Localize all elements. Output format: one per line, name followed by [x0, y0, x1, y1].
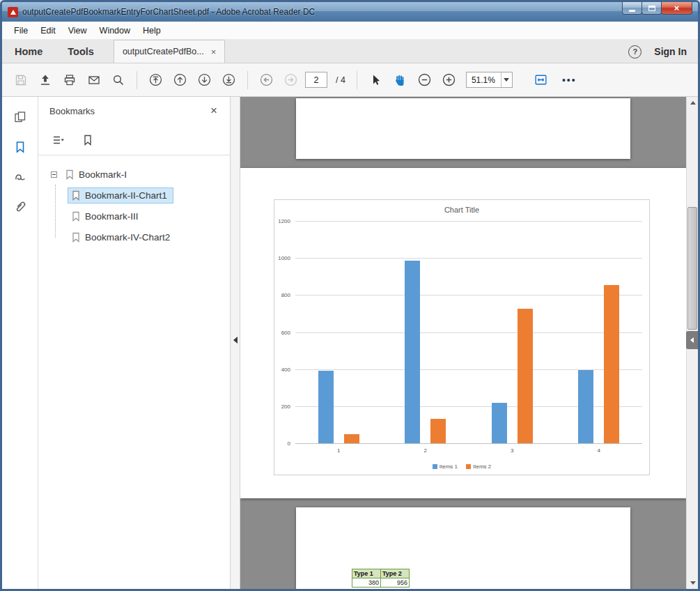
page-2: Chart Title 020040060080010001200 1234 I… — [240, 168, 686, 498]
close-window-button[interactable]: × — [661, 2, 692, 15]
menu-help[interactable]: Help — [137, 23, 167, 38]
panel-close-icon[interactable]: × — [208, 104, 220, 118]
y-tick-label: 200 — [281, 403, 290, 409]
new-bookmark-button[interactable] — [77, 131, 98, 149]
menu-file[interactable]: File — [8, 23, 34, 38]
save-button[interactable] — [10, 70, 31, 91]
scroll-up-button[interactable] — [687, 97, 698, 109]
new-bookmark-icon — [81, 134, 94, 146]
page-thumbnails-button[interactable] — [10, 108, 30, 126]
email-button[interactable] — [84, 70, 104, 91]
bookmark-item-chart1[interactable]: Bookmark-II-Chart1 — [38, 185, 230, 206]
signatures-icon — [13, 170, 27, 184]
y-tick-label: 800 — [281, 292, 290, 298]
menu-window[interactable]: Window — [93, 23, 137, 38]
select-tool-button[interactable] — [366, 70, 386, 91]
bookmark-item-root[interactable]: Bookmark-I — [38, 164, 230, 185]
zoom-in-button[interactable] — [439, 70, 459, 91]
bookmarks-panel-button[interactable] — [10, 138, 30, 156]
y-tick-label: 0 — [288, 440, 290, 447]
next-page-table: Type 1 Type 2 380 956 — [352, 569, 410, 588]
legend-item: Items 2 — [466, 463, 491, 470]
zoom-level-dropdown[interactable]: 51.1% — [466, 72, 513, 88]
zoom-in-icon — [442, 72, 456, 87]
next-page-button[interactable] — [194, 70, 215, 91]
bookmarks-icon — [13, 140, 27, 154]
print-button[interactable] — [59, 70, 79, 91]
arrow-left-icon — [690, 337, 694, 343]
bookmarks-panel-title: Bookmarks — [49, 106, 208, 116]
table-cell: 380 — [352, 578, 381, 588]
bookmarks-tree: Bookmark-I Bookmark-II-Chart1 Bookmark-I… — [38, 155, 230, 247]
fit-width-icon — [534, 72, 548, 87]
chevron-down-icon — [504, 78, 509, 82]
window-controls: × — [623, 2, 692, 15]
toolbar: / 4 51.1% ••• — [2, 63, 698, 97]
minimize-icon — [629, 10, 635, 12]
bookmark-flag-icon — [71, 232, 81, 243]
bar-items-2 — [604, 285, 619, 443]
tab-document[interactable]: outputCreatePdfBo... × — [114, 40, 225, 63]
toolbar-separator — [357, 71, 357, 89]
collapse-expander-icon[interactable] — [51, 171, 57, 178]
x-tick-label: 2 — [382, 445, 469, 454]
titlebar[interactable]: outputCreatePdfBookmarkEntryForChartShee… — [2, 2, 698, 22]
hand-tool-button[interactable] — [390, 70, 410, 91]
page-1 — [296, 98, 630, 159]
forward-button[interactable] — [281, 70, 301, 91]
tree-connector — [55, 185, 56, 238]
legend-label: Items 1 — [440, 463, 458, 470]
search-button[interactable] — [108, 70, 128, 91]
bookmark-item-chart2[interactable]: Bookmark-IV-Chart2 — [38, 227, 230, 247]
previous-page-button[interactable] — [170, 70, 190, 91]
bookmark-options-button[interactable] — [48, 131, 69, 149]
bookmark-flag-icon — [65, 169, 75, 180]
attachments-panel-button[interactable] — [10, 198, 30, 216]
tab-home[interactable]: Home — [2, 40, 55, 63]
first-page-button[interactable] — [146, 70, 166, 91]
collapse-panel-icon[interactable] — [233, 337, 238, 344]
bar-group — [469, 221, 556, 443]
page-number-input[interactable] — [305, 72, 327, 88]
pages-container: Chart Title 020040060080010001200 1234 I… — [240, 97, 686, 589]
zoom-out-button[interactable] — [414, 70, 435, 91]
bookmark-label: Bookmark-II-Chart1 — [85, 190, 167, 201]
maximize-button[interactable] — [641, 2, 662, 15]
scroll-down-button[interactable] — [687, 577, 698, 589]
tab-close-icon[interactable]: × — [211, 47, 217, 57]
bookmark-item-iii[interactable]: Bookmark-III — [38, 206, 230, 227]
chart-yaxis: 020040060080010001200 — [274, 221, 293, 443]
more-tools-button[interactable]: ••• — [562, 75, 577, 86]
minimize-button[interactable] — [622, 2, 642, 15]
tools-pane-collapse-button[interactable] — [686, 331, 698, 349]
bar-items-1 — [318, 371, 334, 443]
bookmarks-panel: Bookmarks × Bookmark-I — [38, 97, 231, 589]
cursor-icon — [368, 73, 382, 87]
chart-groups — [295, 221, 642, 443]
save-icon — [14, 73, 28, 87]
menu-edit[interactable]: Edit — [34, 23, 62, 38]
help-icon[interactable]: ? — [628, 45, 641, 59]
arrow-up-icon — [690, 101, 696, 105]
table-cell: 956 — [381, 578, 410, 588]
tab-tools[interactable]: Tools — [55, 40, 107, 63]
last-page-icon — [221, 72, 236, 87]
page-thumbnails-icon — [13, 110, 27, 124]
y-tick-label: 600 — [281, 329, 290, 335]
maximize-icon — [648, 6, 655, 11]
back-button[interactable] — [256, 70, 277, 91]
sign-in-button[interactable]: Sign In — [654, 46, 687, 57]
signatures-panel-button[interactable] — [10, 168, 30, 186]
share-button[interactable] — [35, 70, 55, 91]
window-title: outputCreatePdfBookmarkEntryForChartShee… — [22, 7, 315, 17]
fit-width-button[interactable] — [531, 70, 551, 91]
y-tick-label: 400 — [281, 366, 290, 372]
document-area[interactable]: Chart Title 020040060080010001200 1234 I… — [240, 97, 698, 589]
panel-splitter[interactable] — [231, 97, 240, 589]
menu-view[interactable]: View — [62, 23, 93, 38]
last-page-button[interactable] — [219, 70, 239, 91]
chart-xaxis: 1234 — [295, 445, 642, 454]
scrollbar-thumb[interactable] — [687, 207, 697, 330]
zoom-caret-area[interactable] — [501, 72, 512, 87]
back-icon — [259, 72, 274, 87]
